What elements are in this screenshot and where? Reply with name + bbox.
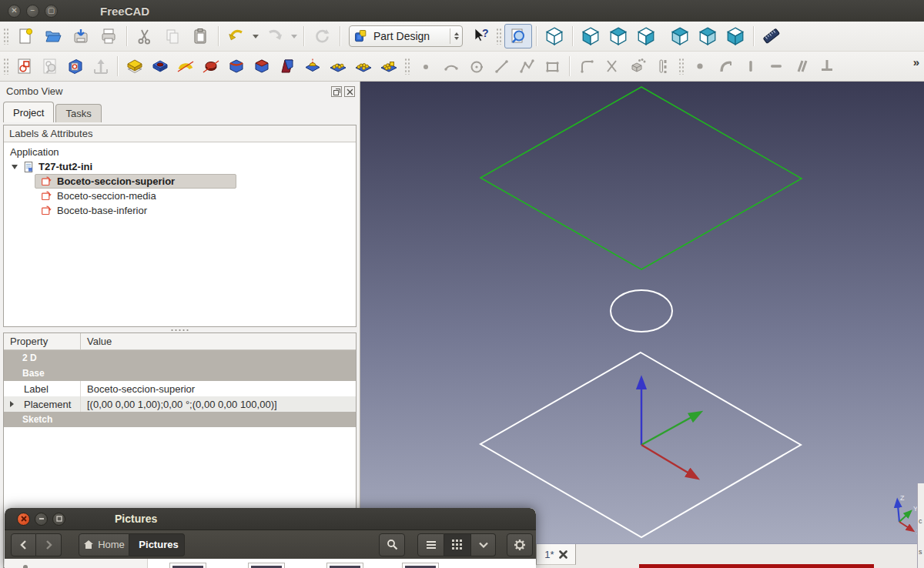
leave-sketch-button[interactable] xyxy=(88,54,113,79)
view-sketch-button[interactable] xyxy=(37,54,62,79)
sketch-arc-button[interactable] xyxy=(438,54,464,79)
image-thumbnail[interactable] xyxy=(326,563,363,568)
sketch-toggle-construction-button[interactable] xyxy=(650,54,675,79)
tree-item-sketch-selected[interactable]: Boceto-seccion-superior xyxy=(4,174,356,189)
view-left-button[interactable] xyxy=(694,24,721,48)
sketch-seccion-media-wire[interactable] xyxy=(611,290,672,332)
sketch-seccion-superior-wire[interactable] xyxy=(480,87,802,269)
property-row-placement[interactable]: Placement [(0,00 0,00 1,00);0,00 °;(0,00… xyxy=(4,396,356,412)
panel-splitter[interactable] xyxy=(3,327,357,332)
panel-close-button[interactable] xyxy=(344,86,355,97)
grid-view-button[interactable] xyxy=(444,533,471,556)
pad-button[interactable] xyxy=(122,54,147,79)
document-tab[interactable]: 1* xyxy=(536,544,576,565)
toolbar-grip[interactable] xyxy=(3,28,8,45)
measure-button[interactable] xyxy=(758,24,785,48)
list-view-button[interactable] xyxy=(417,533,444,556)
sketch-circle-button[interactable] xyxy=(464,54,489,79)
save-button[interactable] xyxy=(67,24,95,48)
workbench-spinner[interactable] xyxy=(450,28,459,44)
window-maximize-button[interactable]: ▢ xyxy=(45,5,58,18)
search-button[interactable] xyxy=(379,533,405,556)
fillet-button[interactable] xyxy=(223,54,249,79)
tree-item-sketch[interactable]: Boceto-base-inferior xyxy=(4,203,356,218)
window-minimize-button[interactable]: − xyxy=(26,5,39,18)
new-sketch-button[interactable] xyxy=(12,54,37,79)
print-button[interactable] xyxy=(95,24,122,48)
sketch-point-button[interactable] xyxy=(413,54,438,79)
property-group-base[interactable]: Base xyxy=(4,366,356,381)
view-front-button[interactable] xyxy=(577,24,604,48)
constraint-vertical-button[interactable] xyxy=(738,54,763,79)
window-close-button[interactable]: ✕ xyxy=(8,5,21,18)
draft-button[interactable] xyxy=(274,54,300,79)
view-top-button[interactable] xyxy=(604,24,632,48)
copy-button[interactable] xyxy=(159,24,186,48)
constraint-tangent-button[interactable] xyxy=(712,54,738,79)
linear-pattern-button[interactable] xyxy=(325,54,350,79)
sketch-rectangle-button[interactable] xyxy=(540,54,565,79)
tree-root-application[interactable]: Application xyxy=(4,145,356,159)
toolbar-overflow-button[interactable]: » xyxy=(913,55,919,68)
view-axonometric-button[interactable] xyxy=(541,24,568,48)
sketch-line-button[interactable] xyxy=(489,54,514,79)
tab-project[interactable]: Project xyxy=(3,102,54,122)
property-group-sketch[interactable]: Sketch xyxy=(4,412,356,427)
undo-dropdown-button[interactable] xyxy=(250,24,261,48)
back-button[interactable] xyxy=(11,533,36,556)
breadcrumb-pictures[interactable]: Pictures xyxy=(129,533,185,556)
expander-right-icon[interactable] xyxy=(10,401,17,407)
pocket-button[interactable] xyxy=(147,54,172,79)
open-document-button[interactable] xyxy=(39,24,67,48)
toolbar-grip[interactable] xyxy=(678,58,684,75)
3d-viewport[interactable]: Z Y X xyxy=(360,82,924,543)
view-bottom-button[interactable] xyxy=(721,24,749,48)
whats-this-button[interactable]: ? xyxy=(467,24,493,48)
tree-document-row[interactable]: T27-tut2-ini xyxy=(4,159,356,174)
pictures-minimize-button[interactable] xyxy=(35,513,48,526)
undo-button[interactable] xyxy=(223,24,250,48)
workbench-selector[interactable]: Part Design xyxy=(349,25,463,47)
constraint-parallel-button[interactable] xyxy=(788,54,814,79)
column-header-property[interactable]: Property xyxy=(4,333,81,349)
property-group-2d[interactable]: 2 D xyxy=(4,350,356,366)
multi-transform-button[interactable] xyxy=(376,54,401,79)
pictures-sidebar[interactable] xyxy=(5,559,148,568)
new-document-button[interactable] xyxy=(12,24,39,48)
tab-tasks[interactable]: Tasks xyxy=(55,104,101,122)
view-right-button[interactable] xyxy=(632,24,660,48)
column-header-value[interactable]: Value xyxy=(81,333,112,349)
tree-item-sketch[interactable]: Boceto-seccion-media xyxy=(4,189,356,203)
view-rear-button[interactable] xyxy=(666,24,694,48)
constraint-horizontal-button[interactable] xyxy=(763,54,788,79)
fit-all-button[interactable] xyxy=(504,24,532,48)
settings-button[interactable] xyxy=(507,533,533,556)
close-tab-icon[interactable] xyxy=(559,550,567,559)
view-options-dropdown[interactable] xyxy=(471,533,496,556)
pictures-maximize-button[interactable] xyxy=(52,513,65,526)
pictures-titlebar[interactable]: Pictures xyxy=(5,508,536,530)
breadcrumb-home[interactable]: Home xyxy=(79,533,129,556)
map-sketch-to-face-button[interactable] xyxy=(62,54,88,79)
mirrored-button[interactable] xyxy=(300,54,325,79)
cut-button[interactable] xyxy=(131,24,159,48)
groove-button[interactable] xyxy=(198,54,223,79)
redo-dropdown-button[interactable] xyxy=(289,24,300,48)
sketch-external-geometry-button[interactable] xyxy=(624,54,650,79)
polar-pattern-button[interactable] xyxy=(350,54,376,79)
toolbar-grip[interactable] xyxy=(404,58,410,75)
expander-down-icon[interactable] xyxy=(12,165,18,172)
sketch-fillet-button[interactable] xyxy=(574,54,599,79)
paste-button[interactable] xyxy=(186,24,214,48)
pictures-file-area[interactable] xyxy=(148,559,536,568)
image-thumbnail[interactable] xyxy=(402,563,439,568)
constraint-perpendicular-button[interactable] xyxy=(814,54,839,79)
forward-button[interactable] xyxy=(36,533,62,556)
sketch-polyline-button[interactable] xyxy=(514,54,540,79)
redo-button[interactable] xyxy=(261,24,289,48)
refresh-button[interactable] xyxy=(308,24,336,48)
constraint-coincident-button[interactable] xyxy=(687,54,712,79)
toolbar-grip[interactable] xyxy=(3,58,8,75)
pictures-close-button[interactable] xyxy=(17,513,30,526)
revolution-button[interactable] xyxy=(172,54,198,79)
